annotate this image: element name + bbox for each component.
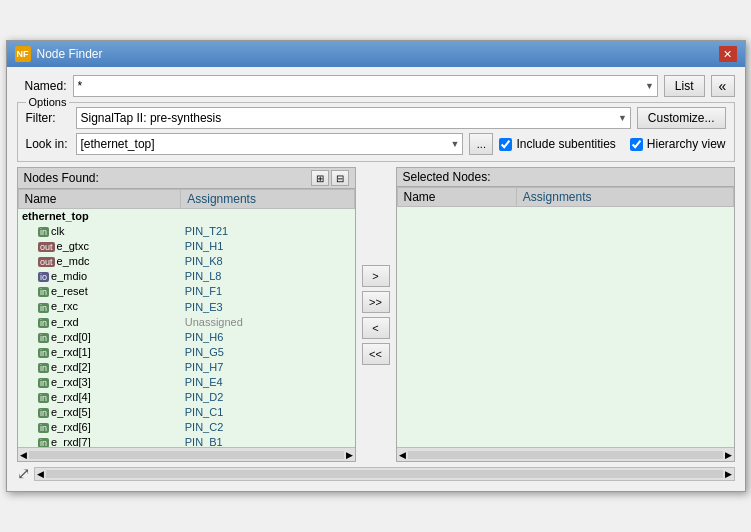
table-row[interactable]: ine_rxd[0]PIN_H6 bbox=[18, 329, 354, 344]
dialog-body: Named: List « Options Filter: SignalTap … bbox=[7, 67, 745, 491]
named-row: Named: List « bbox=[17, 75, 735, 97]
node-name: e_rxd[6] bbox=[51, 421, 91, 433]
selected-nodes-table-area: Name Assignments bbox=[397, 187, 734, 447]
node-name: e_rxd[4] bbox=[51, 391, 91, 403]
lookin-select[interactable]: [ethernet_top] bbox=[76, 133, 464, 155]
node-assignment bbox=[181, 209, 354, 224]
table-row[interactable]: oute_mdcPIN_K8 bbox=[18, 254, 354, 269]
checkbox-group: Include subentities Hierarchy view bbox=[499, 137, 725, 151]
selected-name-col-header: Name bbox=[397, 188, 516, 207]
node-finder-dialog: NF Node Finder ✕ Named: List « Options F… bbox=[6, 40, 746, 492]
node-name: e_rxc bbox=[51, 300, 78, 312]
lookin-select-wrapper: [ethernet_top] bbox=[76, 133, 464, 155]
right-scroll-track bbox=[408, 451, 723, 459]
right-scroll-right-arrow[interactable]: ▶ bbox=[723, 450, 734, 460]
right-scroll-left-arrow[interactable]: ◀ bbox=[397, 450, 408, 460]
left-panel-hscroll[interactable]: ◀ ▶ bbox=[18, 447, 355, 461]
panel-toolbar-buttons: ⊞ ⊟ bbox=[311, 170, 349, 186]
title-bar: NF Node Finder ✕ bbox=[7, 41, 745, 67]
named-label: Named: bbox=[17, 79, 67, 93]
table-row[interactable]: ine_resetPIN_F1 bbox=[18, 284, 354, 299]
table-row[interactable]: inclkPIN_T21 bbox=[18, 224, 354, 239]
node-assignment: PIN_H1 bbox=[181, 239, 354, 254]
named-input[interactable] bbox=[73, 75, 658, 97]
node-name: e_gtxc bbox=[57, 240, 89, 252]
node-assignment: PIN_H6 bbox=[181, 329, 354, 344]
node-assignment: PIN_K8 bbox=[181, 254, 354, 269]
list-button[interactable]: List bbox=[664, 75, 705, 97]
node-name: e_rxd[7] bbox=[51, 436, 91, 447]
collapse-tree-btn[interactable]: ⊟ bbox=[331, 170, 349, 186]
table-row[interactable]: ine_rxd[7]PIN_B1 bbox=[18, 435, 354, 447]
dialog-title: Node Finder bbox=[37, 47, 103, 61]
selected-nodes-label: Selected Nodes: bbox=[403, 170, 491, 184]
table-row[interactable]: ine_rxd[6]PIN_C2 bbox=[18, 420, 354, 435]
move-all-left-button[interactable]: << bbox=[362, 343, 390, 365]
table-row[interactable]: ine_rxd[1]PIN_G5 bbox=[18, 344, 354, 359]
node-badge-in: in bbox=[38, 333, 49, 343]
scroll-right-arrow[interactable]: ▶ bbox=[344, 450, 355, 460]
table-row[interactable]: ine_rxd[5]PIN_C1 bbox=[18, 405, 354, 420]
customize-button[interactable]: Customize... bbox=[637, 107, 726, 129]
selected-nodes-table: Name Assignments bbox=[397, 187, 734, 207]
node-name: ethernet_top bbox=[22, 210, 89, 222]
bottom-hscroll[interactable]: ◀ ▶ bbox=[34, 467, 735, 481]
node-name: e_reset bbox=[51, 285, 88, 297]
move-left-button[interactable]: < bbox=[362, 317, 390, 339]
table-row[interactable]: ine_rxdUnassigned bbox=[18, 314, 354, 329]
filter-select-wrapper: SignalTap II: pre-synthesis bbox=[76, 107, 631, 129]
table-row[interactable]: ine_rxd[4]PIN_D2 bbox=[18, 390, 354, 405]
node-badge-in: in bbox=[38, 408, 49, 418]
filter-row: Filter: SignalTap II: pre-synthesis Cust… bbox=[26, 107, 726, 129]
node-badge-in: in bbox=[38, 423, 49, 433]
node-assignment: PIN_B1 bbox=[181, 435, 354, 447]
node-assignment: PIN_D2 bbox=[181, 390, 354, 405]
hierarchy-view-checkbox[interactable] bbox=[630, 138, 643, 151]
filter-select[interactable]: SignalTap II: pre-synthesis bbox=[76, 107, 631, 129]
node-assignment: Unassigned bbox=[181, 314, 354, 329]
move-all-right-button[interactable]: >> bbox=[362, 291, 390, 313]
expand-icon[interactable]: ⤢ bbox=[17, 464, 30, 483]
table-row[interactable]: ioe_mdioPIN_L8 bbox=[18, 269, 354, 284]
node-badge-in: in bbox=[38, 287, 49, 297]
node-assignment: PIN_L8 bbox=[181, 269, 354, 284]
scroll-track bbox=[29, 451, 344, 459]
close-button[interactable]: ✕ bbox=[719, 46, 737, 62]
table-row[interactable]: oute_gtxcPIN_H1 bbox=[18, 239, 354, 254]
table-row[interactable]: ine_rxcPIN_E3 bbox=[18, 299, 354, 314]
expand-btn[interactable]: ⊞ bbox=[311, 170, 329, 186]
node-badge-in: in bbox=[38, 438, 49, 447]
hierarchy-view-label: Hierarchy view bbox=[647, 137, 726, 151]
include-subentities-checkbox[interactable] bbox=[499, 138, 512, 151]
selected-nodes-header: Selected Nodes: bbox=[397, 168, 734, 187]
collapse-button[interactable]: « bbox=[711, 75, 735, 97]
bottom-scroll-right[interactable]: ▶ bbox=[723, 469, 734, 479]
named-input-wrapper bbox=[73, 75, 658, 97]
node-name: e_mdc bbox=[57, 255, 90, 267]
bottom-scroll-track bbox=[46, 470, 723, 478]
node-name: e_rxd[3] bbox=[51, 376, 91, 388]
node-assignment: PIN_C2 bbox=[181, 420, 354, 435]
panels-area: Nodes Found: ⊞ ⊟ Name Assignments bbox=[17, 167, 735, 462]
right-panel-hscroll[interactable]: ◀ ▶ bbox=[397, 447, 734, 461]
name-col-header: Name bbox=[18, 190, 181, 209]
table-row[interactable]: ine_rxd[2]PIN_H7 bbox=[18, 359, 354, 374]
scroll-left-arrow[interactable]: ◀ bbox=[18, 450, 29, 460]
nodes-found-label: Nodes Found: bbox=[24, 171, 99, 185]
table-row[interactable]: ine_rxd[3]PIN_E4 bbox=[18, 374, 354, 389]
node-assignment: PIN_G5 bbox=[181, 344, 354, 359]
node-badge-in: in bbox=[38, 378, 49, 388]
node-name: e_rxd[1] bbox=[51, 346, 91, 358]
node-name: e_rxd[2] bbox=[51, 361, 91, 373]
dialog-icon: NF bbox=[15, 46, 31, 62]
selected-nodes-panel: Selected Nodes: Name Assignments bbox=[396, 167, 735, 462]
node-name: e_rxd[5] bbox=[51, 406, 91, 418]
table-row[interactable]: ethernet_top bbox=[18, 209, 354, 224]
move-right-button[interactable]: > bbox=[362, 265, 390, 287]
browse-button[interactable]: ... bbox=[469, 133, 493, 155]
node-badge-in: in bbox=[38, 363, 49, 373]
options-group: Options Filter: SignalTap II: pre-synthe… bbox=[17, 102, 735, 162]
node-name: clk bbox=[51, 225, 64, 237]
transfer-buttons: > >> < << bbox=[360, 167, 392, 462]
bottom-scroll-left[interactable]: ◀ bbox=[35, 469, 46, 479]
